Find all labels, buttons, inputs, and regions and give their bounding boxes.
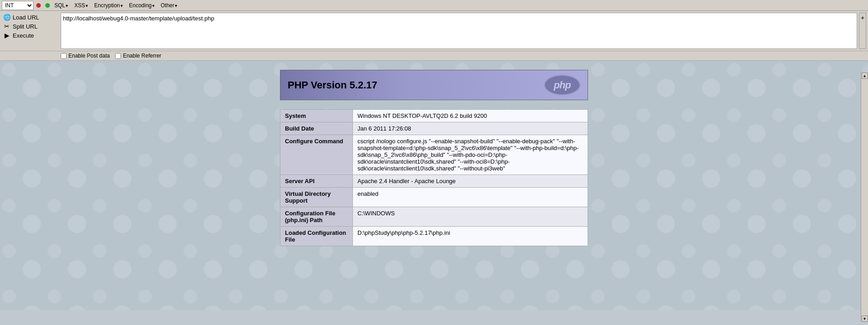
sql-menu[interactable]: SQL [53,2,70,9]
split-url-button[interactable]: ✂ Split URL [2,22,61,31]
table-row: Server APIApache 2.4 Handler - Apache Lo… [280,175,588,188]
scroll-plus-icon[interactable]: + [860,13,865,22]
php-info-table: SystemWindows NT DESKTOP-AVLTQ2D 6.2 bui… [280,109,588,246]
table-row: SystemWindows NT DESKTOP-AVLTQ2D 6.2 bui… [280,110,588,122]
php-version-title: PHP Version 5.2.17 [288,79,377,91]
table-cell-key: Server API [280,175,353,188]
table-cell-value: C:\WINDOWS [353,207,588,227]
main-content: PHP Version 5.2.17 php SystemWindows NT … [0,61,868,310]
enable-post-label[interactable]: Enable Post data [61,53,110,59]
content-panel: PHP Version 5.2.17 php SystemWindows NT … [280,70,588,301]
table-cell-key: System [280,110,353,122]
page-scrollbar: ▲ ▼ [861,73,868,322]
table-cell-value: enabled [353,188,588,207]
toolbar-main-row: 🌐 Load URL ✂ Split URL ▶ Execute http://… [0,12,868,50]
table-row: Virtual Directory Supportenabled [280,188,588,207]
table-cell-key: Virtual Directory Support [280,188,353,207]
green-dot-icon [45,3,50,8]
table-row: Configure Commandcscript /nologo configu… [280,135,588,175]
table-cell-key: Loaded Configuration File [280,227,353,246]
enable-referrer-checkbox[interactable] [115,53,121,59]
table-cell-value: Jan 6 2011 17:26:08 [353,122,588,135]
split-url-icon: ✂ [3,22,11,30]
table-row: Loaded Configuration FileD:\phpStudy\php… [280,227,588,246]
php-logo: php [544,75,580,95]
int-dropdown[interactable]: INT [2,1,34,10]
execute-label: Execute [13,32,34,39]
toolbar: 🌐 Load URL ✂ Split URL ▶ Execute http://… [0,11,868,51]
load-url-label: Load URL [13,14,39,21]
url-scrollbar: + [859,13,866,49]
table-row: Configuration File (php.ini) PathC:\WIND… [280,207,588,227]
table-cell-key: Configuration File (php.ini) Path [280,207,353,227]
enable-referrer-label[interactable]: Enable Referrer [115,53,161,59]
execute-icon: ▶ [3,31,11,39]
table-cell-key: Build Date [280,122,353,135]
xss-menu[interactable]: XSS [72,2,90,9]
toolbar-options: Enable Post data Enable Referrer [0,51,868,61]
scroll-down-arrow[interactable]: ▼ [862,315,868,322]
php-header: PHP Version 5.2.17 php [280,70,588,100]
menu-bar: INT SQL XSS Encryption Encoding Other [0,0,868,11]
load-url-icon: 🌐 [3,13,11,21]
split-url-label: Split URL [13,23,38,30]
table-cell-value: Windows NT DESKTOP-AVLTQ2D 6.2 build 920… [353,110,588,122]
toolbar-buttons: 🌐 Load URL ✂ Split URL ▶ Execute [2,13,61,40]
table-cell-key: Configure Command [280,135,353,175]
table-cell-value: Apache 2.4 Handler - Apache Lounge [353,175,588,188]
enable-post-checkbox[interactable] [61,53,67,59]
table-cell-value: D:\phpStudy\php\php-5.2.17\php.ini [353,227,588,246]
url-input[interactable]: http://localhost/webug4.0-master/templat… [63,15,855,42]
load-url-button[interactable]: 🌐 Load URL [2,13,61,22]
table-row: Build DateJan 6 2011 17:26:08 [280,122,588,135]
scroll-up-arrow[interactable]: ▲ [862,73,868,79]
red-dot-icon [36,3,41,8]
other-menu[interactable]: Other [159,2,179,9]
execute-button[interactable]: ▶ Execute [2,31,61,40]
table-cell-value: cscript /nologo configure.js "--enable-s… [353,135,588,175]
encoding-menu[interactable]: Encoding [127,2,156,9]
url-input-wrapper: http://localhost/webug4.0-master/templat… [61,13,857,49]
encryption-menu[interactable]: Encryption [92,2,125,9]
